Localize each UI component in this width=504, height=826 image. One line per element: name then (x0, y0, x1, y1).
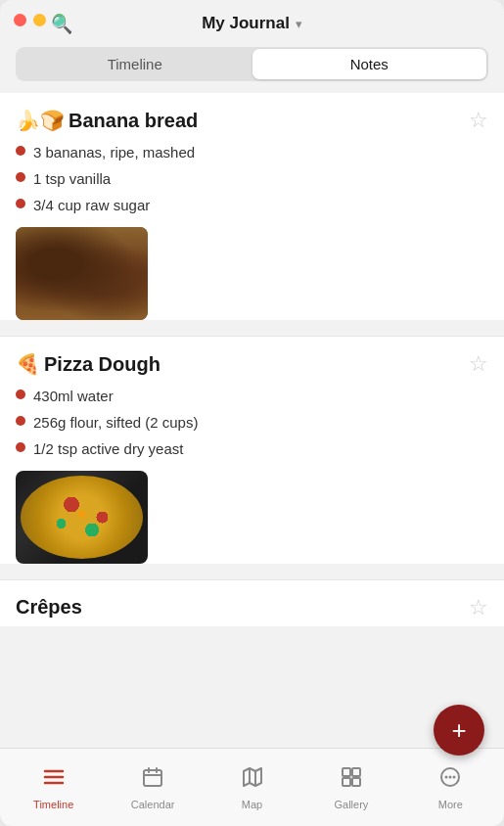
bullet-text: 3 bananas, ripe, mashed (33, 142, 195, 162)
timeline-icon (42, 765, 66, 795)
nav-map-label: Map (242, 799, 262, 810)
svg-rect-11 (352, 768, 360, 776)
entry-title-crepes: Crêpes (16, 596, 82, 619)
svg-marker-7 (244, 768, 261, 786)
bullet-text: 3/4 cup raw sugar (33, 195, 150, 215)
star-icon: ☆ (469, 108, 488, 132)
chevron-down-icon: ▾ (296, 17, 302, 31)
entry-header: 🍕 Pizza Dough ☆ (16, 352, 488, 376)
nav-more-label: More (438, 799, 463, 810)
bullet-dot (16, 199, 25, 208)
gallery-icon (340, 765, 363, 795)
map-icon (241, 765, 264, 795)
app-window: 🔍 My Journal ▾ Timeline Notes 🍌🍞 Banana … (0, 0, 504, 826)
entry-title: 🍕 Pizza Dough (16, 352, 160, 376)
bullet-dot (16, 416, 25, 426)
list-item: 1/2 tsp active dry yeast (16, 438, 488, 459)
entry-pizza-dough: 🍕 Pizza Dough ☆ 430ml water 256g flour, … (0, 336, 504, 564)
nav-calendar[interactable]: Calendar (103, 757, 202, 818)
entry-header: 🍌🍞 Banana bread ☆ (16, 109, 488, 132)
star-icon: ☆ (469, 595, 488, 620)
svg-point-15 (445, 775, 448, 778)
list-item: 1 tsp vanilla (16, 168, 488, 189)
entry-title-text: Pizza Dough (44, 353, 160, 376)
bottom-nav: Timeline Calendar Map (0, 748, 504, 826)
bullet-dot (16, 442, 25, 452)
bullet-dot (16, 390, 25, 399)
close-button[interactable] (14, 14, 26, 26)
nav-timeline[interactable]: Timeline (4, 757, 103, 818)
svg-rect-13 (352, 778, 360, 786)
entry-image-pizza[interactable] (16, 471, 148, 564)
entry-emoji: 🍌🍞 (16, 109, 65, 132)
star-icon: ☆ (469, 351, 488, 376)
entry-image-banana-bread[interactable] (16, 227, 148, 320)
svg-rect-3 (144, 770, 161, 786)
nav-calendar-label: Calendar (131, 799, 175, 810)
banana-bread-photo (16, 227, 148, 320)
segment-control: Timeline Notes (16, 47, 488, 81)
search-icon: 🔍 (51, 15, 72, 34)
calendar-icon (141, 765, 164, 795)
list-item: 3 bananas, ripe, mashed (16, 142, 488, 162)
bullet-text: 430ml water (33, 386, 114, 406)
entry-banana-bread: 🍌🍞 Banana bread ☆ 3 bananas, ripe, mashe… (0, 93, 504, 320)
star-button-crepes[interactable]: ☆ (469, 597, 488, 619)
add-entry-button[interactable]: + (434, 705, 484, 756)
bullet-dot (16, 172, 25, 182)
plus-icon: + (451, 717, 466, 743)
nav-gallery-label: Gallery (335, 799, 369, 810)
bullet-text: 1/2 tsp active dry yeast (33, 438, 183, 459)
nav-more[interactable]: More (401, 757, 500, 818)
nav-gallery[interactable]: Gallery (301, 757, 400, 818)
minimize-button[interactable] (33, 14, 46, 26)
tab-notes[interactable]: Notes (252, 49, 487, 79)
svg-rect-10 (343, 768, 350, 776)
bullet-text: 1 tsp vanilla (33, 168, 111, 189)
star-button[interactable]: ☆ (469, 353, 488, 375)
list-item: 3/4 cup raw sugar (16, 195, 488, 215)
svg-point-16 (449, 775, 452, 778)
list-item: 256g flour, sifted (2 cups) (16, 412, 488, 433)
pizza-photo (16, 471, 148, 564)
star-button[interactable]: ☆ (469, 110, 488, 131)
content-area: 🍌🍞 Banana bread ☆ 3 bananas, ripe, mashe… (0, 93, 504, 748)
title-bar: 🔍 My Journal ▾ (0, 0, 504, 41)
tab-timeline[interactable]: Timeline (18, 49, 252, 79)
search-button[interactable]: 🔍 (51, 14, 72, 35)
journal-title: My Journal (202, 14, 290, 33)
entry-title-text: Banana bread (69, 110, 198, 132)
entry-bullets: 3 bananas, ripe, mashed 1 tsp vanilla 3/… (16, 142, 488, 215)
nav-timeline-label: Timeline (33, 799, 73, 810)
entry-title: 🍌🍞 Banana bread (16, 109, 198, 132)
entry-bullets: 430ml water 256g flour, sifted (2 cups) … (16, 386, 488, 459)
nav-map[interactable]: Map (203, 757, 301, 818)
bullet-dot (16, 146, 25, 156)
entry-emoji: 🍕 (16, 352, 40, 376)
entry-crepes: Crêpes ☆ (0, 579, 504, 626)
title-area: My Journal ▾ (202, 14, 302, 33)
list-item: 430ml water (16, 386, 488, 406)
more-icon (438, 765, 462, 795)
svg-rect-12 (343, 778, 350, 786)
svg-point-17 (453, 775, 456, 778)
bullet-text: 256g flour, sifted (2 cups) (33, 412, 198, 433)
